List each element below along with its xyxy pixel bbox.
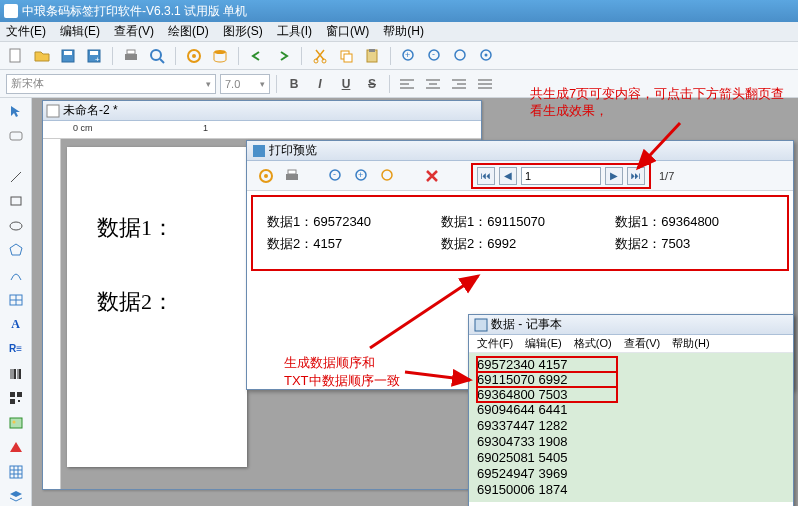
menu-draw[interactable]: 绘图(D) (168, 23, 209, 40)
svg-rect-65 (286, 174, 298, 180)
align-center-button[interactable] (422, 74, 444, 94)
strike-button[interactable]: S (361, 74, 383, 94)
shape-triangle-icon[interactable] (5, 438, 27, 457)
svg-text:-: - (432, 49, 435, 59)
copy-icon[interactable] (336, 46, 356, 66)
svg-rect-53 (18, 400, 20, 402)
ruler-vertical (43, 139, 61, 489)
zoom-out-icon[interactable]: - (425, 46, 445, 66)
lbl1-line2: 数据2：4157 (267, 235, 425, 253)
menu-file[interactable]: 文件(E) (6, 23, 46, 40)
settings-icon[interactable] (184, 46, 204, 66)
image-tool-icon[interactable] (5, 413, 27, 432)
preview-icon[interactable] (147, 46, 167, 66)
menu-tools[interactable]: 工具(I) (277, 23, 312, 40)
table-tool-icon[interactable] (5, 290, 27, 309)
qrcode-tool-icon[interactable] (5, 389, 27, 408)
doc-titlebar[interactable]: 未命名-2 * (43, 101, 481, 121)
side-tools: A R≡ (0, 98, 32, 506)
saveas-icon[interactable]: + (84, 46, 104, 66)
barcode-tool-icon[interactable] (5, 364, 27, 383)
menu-window[interactable]: 窗口(W) (326, 23, 369, 40)
preview-print-icon[interactable] (283, 167, 301, 185)
label-field-2[interactable]: 数据2： (97, 287, 174, 317)
curve-tool-icon[interactable] (5, 266, 27, 285)
preview-labels-row: 数据1：69572340 数据2：4157 数据1：69115070 数据2：6… (251, 195, 789, 271)
open-icon[interactable] (32, 46, 52, 66)
redo-icon[interactable] (273, 46, 293, 66)
preview-zoom-in-icon[interactable]: + (353, 167, 371, 185)
annotation-arrow-mid (360, 268, 490, 358)
preview-icon (253, 145, 265, 157)
paste-icon[interactable] (362, 46, 382, 66)
app-title: 中琅条码标签打印软件-V6.3.1 试用版 单机 (22, 3, 247, 20)
undo-icon[interactable] (247, 46, 267, 66)
rect-tool-icon[interactable] (5, 192, 27, 211)
preview-zoom-fit-icon[interactable] (379, 167, 397, 185)
font-combo[interactable]: 新宋体▾ (6, 74, 216, 94)
svg-rect-62 (253, 145, 265, 157)
preview-settings-icon[interactable] (257, 167, 275, 185)
label-page[interactable]: 数据1： 数据2： (67, 147, 247, 467)
polygon-tool-icon[interactable] (5, 241, 27, 260)
page-input[interactable] (521, 167, 601, 185)
np-menu-help[interactable]: 帮助(H) (672, 336, 709, 351)
ruler-mark: 1 (203, 123, 208, 133)
svg-rect-2 (64, 51, 72, 55)
layers-tool-icon[interactable] (5, 487, 27, 506)
np-menu-edit[interactable]: 编辑(E) (525, 336, 562, 351)
svg-rect-61 (47, 105, 59, 117)
italic-button[interactable]: I (309, 74, 331, 94)
save-icon[interactable] (58, 46, 78, 66)
prev-page-button[interactable]: ◀ (499, 167, 517, 185)
menu-shape[interactable]: 图形(S) (223, 23, 263, 40)
annotation-mid2: TXT中数据顺序一致 (284, 372, 400, 390)
grid-tool-icon[interactable] (5, 463, 27, 482)
menu-help[interactable]: 帮助(H) (383, 23, 424, 40)
next-page-button[interactable]: ▶ (605, 167, 623, 185)
font-size-combo[interactable]: 7.0▾ (220, 74, 270, 94)
zoom-100-icon[interactable] (477, 46, 497, 66)
np-line-hl: 69572340 4157 (477, 357, 617, 372)
round-rect-tool-icon[interactable] (5, 127, 27, 146)
richtext-tool-icon[interactable]: R≡ (5, 340, 27, 359)
svg-rect-16 (344, 54, 352, 62)
print-icon[interactable] (121, 46, 141, 66)
bold-button[interactable]: B (283, 74, 305, 94)
svg-line-9 (160, 59, 164, 63)
np-line: 69025081 5405 (477, 450, 567, 465)
notepad-text[interactable]: 69572340 415769115070 699269364800 75036… (469, 353, 793, 502)
np-menu-view[interactable]: 查看(V) (624, 336, 661, 351)
np-menu-format[interactable]: 格式(O) (574, 336, 612, 351)
align-left-button[interactable] (396, 74, 418, 94)
new-doc-icon[interactable] (6, 46, 26, 66)
menu-view[interactable]: 查看(V) (114, 23, 154, 40)
cut-icon[interactable] (310, 46, 330, 66)
align-justify-button[interactable] (474, 74, 496, 94)
zoom-fit-icon[interactable] (451, 46, 471, 66)
line-tool-icon[interactable] (5, 167, 27, 186)
separator (238, 47, 239, 65)
annotation-arrow-top (630, 118, 690, 178)
separator (276, 75, 277, 93)
svg-rect-54 (10, 418, 22, 428)
db-icon[interactable] (210, 46, 230, 66)
preview-zoom-out-icon[interactable]: - (327, 167, 345, 185)
menu-edit[interactable]: 编辑(E) (60, 23, 100, 40)
ellipse-tool-icon[interactable] (5, 216, 27, 235)
preview-label-1: 数据1：69572340 数据2：4157 (259, 203, 433, 263)
text-tool-icon[interactable]: A (5, 315, 27, 334)
pointer-tool-icon[interactable] (5, 102, 27, 121)
notepad-titlebar[interactable]: 数据 - 记事本 (469, 315, 793, 335)
preview-close-icon[interactable] (423, 167, 441, 185)
label-field-1[interactable]: 数据1： (97, 213, 174, 243)
zoom-in-icon[interactable]: + (399, 46, 419, 66)
underline-button[interactable]: U (335, 74, 357, 94)
first-page-button[interactable]: ⏮ (477, 167, 495, 185)
align-right-button[interactable] (448, 74, 470, 94)
np-line: 69337447 1282 (477, 418, 567, 433)
lbl1-line1: 数据1：69572340 (267, 213, 425, 231)
svg-rect-51 (17, 392, 22, 397)
preview-titlebar[interactable]: 打印预览 (247, 141, 793, 161)
np-line: 69094644 6441 (477, 402, 567, 417)
